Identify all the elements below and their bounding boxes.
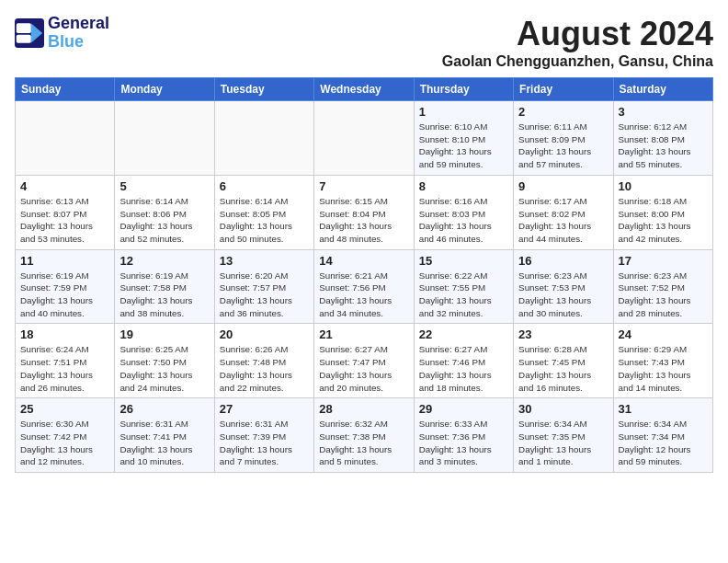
day-number: 2	[518, 105, 608, 119]
day-detail: Sunrise: 6:21 AM Sunset: 7:56 PM Dayligh…	[319, 270, 408, 320]
calendar-cell: 17Sunrise: 6:23 AM Sunset: 7:52 PM Dayli…	[613, 249, 712, 324]
day-detail: Sunrise: 6:19 AM Sunset: 7:58 PM Dayligh…	[119, 270, 209, 320]
calendar-cell: 24Sunrise: 6:29 AM Sunset: 7:43 PM Dayli…	[613, 324, 712, 398]
day-number: 10	[619, 179, 708, 193]
calendar-table: SundayMondayTuesdayWednesdayThursdayFrid…	[15, 77, 713, 473]
day-detail: Sunrise: 6:23 AM Sunset: 7:53 PM Dayligh…	[518, 270, 608, 320]
day-number: 24	[619, 327, 708, 341]
title-area: August 2024 Gaolan Chengguanzhen, Gansu,…	[442, 15, 713, 70]
calendar-cell: 16Sunrise: 6:23 AM Sunset: 7:53 PM Dayli…	[514, 249, 613, 324]
day-number: 9	[518, 179, 608, 193]
day-detail: Sunrise: 6:24 AM Sunset: 7:51 PM Dayligh…	[20, 343, 109, 394]
day-detail: Sunrise: 6:14 AM Sunset: 8:06 PM Dayligh…	[119, 195, 209, 246]
day-number: 30	[518, 402, 608, 416]
day-of-week-tuesday: Tuesday	[214, 78, 313, 101]
day-detail: Sunrise: 6:28 AM Sunset: 7:45 PM Dayligh…	[518, 343, 608, 394]
calendar-cell	[16, 101, 115, 176]
calendar-cell: 18Sunrise: 6:24 AM Sunset: 7:51 PM Dayli…	[16, 324, 115, 398]
day-number: 13	[220, 254, 309, 268]
calendar-cell: 25Sunrise: 6:30 AM Sunset: 7:42 PM Dayli…	[16, 398, 115, 473]
day-number: 31	[619, 402, 708, 416]
calendar-cell: 31Sunrise: 6:34 AM Sunset: 7:34 PM Dayli…	[613, 398, 712, 473]
day-number: 19	[119, 327, 209, 341]
day-number: 15	[419, 254, 508, 268]
calendar-cell: 5Sunrise: 6:14 AM Sunset: 8:06 PM Daylig…	[115, 175, 214, 249]
week-row-4: 18Sunrise: 6:24 AM Sunset: 7:51 PM Dayli…	[16, 324, 713, 398]
logo-line1: General	[48, 15, 109, 33]
calendar-cell: 13Sunrise: 6:20 AM Sunset: 7:57 PM Dayli…	[214, 249, 313, 324]
day-number: 22	[419, 327, 508, 341]
day-detail: Sunrise: 6:11 AM Sunset: 8:09 PM Dayligh…	[518, 121, 608, 171]
calendar-cell: 2Sunrise: 6:11 AM Sunset: 8:09 PM Daylig…	[514, 101, 613, 176]
day-detail: Sunrise: 6:14 AM Sunset: 8:05 PM Dayligh…	[220, 195, 309, 246]
svg-rect-2	[17, 23, 31, 33]
week-row-1: 1Sunrise: 6:10 AM Sunset: 8:10 PM Daylig…	[16, 101, 713, 176]
day-detail: Sunrise: 6:34 AM Sunset: 7:34 PM Dayligh…	[619, 418, 708, 468]
day-number: 25	[20, 402, 109, 416]
day-detail: Sunrise: 6:23 AM Sunset: 7:52 PM Dayligh…	[619, 270, 708, 320]
day-of-week-monday: Monday	[115, 78, 214, 101]
day-of-week-friday: Friday	[514, 78, 613, 101]
week-row-5: 25Sunrise: 6:30 AM Sunset: 7:42 PM Dayli…	[16, 398, 713, 473]
calendar-cell: 3Sunrise: 6:12 AM Sunset: 8:08 PM Daylig…	[613, 101, 712, 176]
day-detail: Sunrise: 6:22 AM Sunset: 7:55 PM Dayligh…	[419, 270, 508, 320]
calendar-cell	[314, 101, 414, 176]
day-detail: Sunrise: 6:25 AM Sunset: 7:50 PM Dayligh…	[119, 343, 209, 394]
calendar-cell	[115, 101, 214, 176]
day-number: 27	[220, 402, 309, 416]
calendar-cell: 19Sunrise: 6:25 AM Sunset: 7:50 PM Dayli…	[115, 324, 214, 398]
day-detail: Sunrise: 6:27 AM Sunset: 7:47 PM Dayligh…	[319, 343, 408, 394]
calendar-cell	[214, 101, 313, 176]
calendar-cell: 29Sunrise: 6:33 AM Sunset: 7:36 PM Dayli…	[414, 398, 513, 473]
logo-icon	[15, 18, 44, 48]
day-number: 26	[119, 402, 209, 416]
day-number: 6	[220, 179, 309, 193]
calendar-cell: 6Sunrise: 6:14 AM Sunset: 8:05 PM Daylig…	[214, 175, 313, 249]
day-number: 4	[20, 179, 109, 193]
week-row-2: 4Sunrise: 6:13 AM Sunset: 8:07 PM Daylig…	[16, 175, 713, 249]
day-detail: Sunrise: 6:19 AM Sunset: 7:59 PM Dayligh…	[20, 270, 109, 320]
calendar-cell: 23Sunrise: 6:28 AM Sunset: 7:45 PM Dayli…	[514, 324, 613, 398]
day-number: 21	[319, 327, 408, 341]
calendar-cell: 20Sunrise: 6:26 AM Sunset: 7:48 PM Dayli…	[214, 324, 313, 398]
day-number: 28	[319, 402, 408, 416]
day-detail: Sunrise: 6:31 AM Sunset: 7:39 PM Dayligh…	[220, 418, 309, 468]
day-number: 11	[20, 254, 109, 268]
calendar-cell: 28Sunrise: 6:32 AM Sunset: 7:38 PM Dayli…	[314, 398, 414, 473]
calendar-cell: 11Sunrise: 6:19 AM Sunset: 7:59 PM Dayli…	[16, 249, 115, 324]
calendar-cell: 30Sunrise: 6:34 AM Sunset: 7:35 PM Dayli…	[514, 398, 613, 473]
page-header: General Blue August 2024 Gaolan Chenggua…	[15, 15, 713, 70]
day-of-week-saturday: Saturday	[613, 78, 712, 101]
day-number: 16	[518, 254, 608, 268]
day-number: 17	[619, 254, 708, 268]
calendar-cell: 12Sunrise: 6:19 AM Sunset: 7:58 PM Dayli…	[115, 249, 214, 324]
logo-text: General Blue	[48, 15, 109, 52]
days-of-week-header: SundayMondayTuesdayWednesdayThursdayFrid…	[16, 78, 713, 101]
day-of-week-sunday: Sunday	[16, 78, 115, 101]
day-detail: Sunrise: 6:27 AM Sunset: 7:46 PM Dayligh…	[419, 343, 508, 394]
day-detail: Sunrise: 6:18 AM Sunset: 8:00 PM Dayligh…	[619, 195, 708, 246]
day-detail: Sunrise: 6:15 AM Sunset: 8:04 PM Dayligh…	[319, 195, 408, 246]
day-detail: Sunrise: 6:26 AM Sunset: 7:48 PM Dayligh…	[220, 343, 309, 394]
day-number: 1	[419, 105, 508, 119]
calendar-cell: 15Sunrise: 6:22 AM Sunset: 7:55 PM Dayli…	[414, 249, 513, 324]
day-number: 3	[619, 105, 708, 119]
day-detail: Sunrise: 6:13 AM Sunset: 8:07 PM Dayligh…	[20, 195, 109, 246]
day-number: 14	[319, 254, 408, 268]
day-detail: Sunrise: 6:31 AM Sunset: 7:41 PM Dayligh…	[119, 418, 209, 468]
day-detail: Sunrise: 6:33 AM Sunset: 7:36 PM Dayligh…	[419, 418, 508, 468]
day-of-week-wednesday: Wednesday	[314, 78, 414, 101]
day-detail: Sunrise: 6:12 AM Sunset: 8:08 PM Dayligh…	[619, 121, 708, 171]
calendar-cell: 1Sunrise: 6:10 AM Sunset: 8:10 PM Daylig…	[414, 101, 513, 176]
calendar-cell: 9Sunrise: 6:17 AM Sunset: 8:02 PM Daylig…	[514, 175, 613, 249]
calendar-cell: 14Sunrise: 6:21 AM Sunset: 7:56 PM Dayli…	[314, 249, 414, 324]
day-number: 12	[119, 254, 209, 268]
calendar-cell: 21Sunrise: 6:27 AM Sunset: 7:47 PM Dayli…	[314, 324, 414, 398]
day-number: 8	[419, 179, 508, 193]
day-number: 29	[419, 402, 508, 416]
logo: General Blue	[15, 15, 109, 52]
location-title: Gaolan Chengguanzhen, Gansu, China	[442, 53, 713, 70]
day-detail: Sunrise: 6:17 AM Sunset: 8:02 PM Dayligh…	[518, 195, 608, 246]
calendar-cell: 22Sunrise: 6:27 AM Sunset: 7:46 PM Dayli…	[414, 324, 513, 398]
month-title: August 2024	[442, 15, 713, 53]
